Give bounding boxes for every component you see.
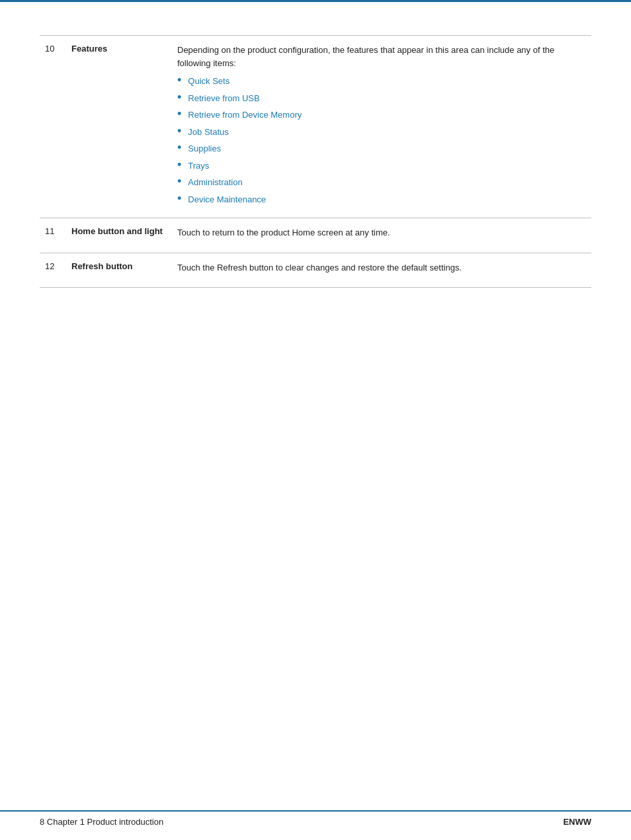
table-row: 10FeaturesDepending on the product confi… bbox=[40, 36, 591, 218]
row-number: 11 bbox=[40, 218, 66, 253]
description-text: Touch the Refresh button to clear change… bbox=[177, 261, 586, 274]
list-item: •Trays bbox=[177, 159, 586, 173]
list-item: •Supplies bbox=[177, 142, 586, 155]
row-description: Depending on the product configuration, … bbox=[172, 36, 591, 218]
footer-left: 8 Chapter 1 Product introduction bbox=[40, 817, 163, 827]
description-text: Depending on the product configuration, … bbox=[177, 44, 586, 69]
bullet-icon: • bbox=[177, 192, 181, 204]
feature-list: •Quick Sets•Retrieve from USB•Retrieve f… bbox=[177, 75, 586, 206]
list-item: •Job Status bbox=[177, 126, 586, 139]
feature-link[interactable]: Retrieve from USB bbox=[188, 92, 259, 105]
footer-right: ENWW bbox=[563, 817, 591, 827]
row-description: Touch to return to the product Home scre… bbox=[172, 218, 591, 253]
feature-link[interactable]: Device Maintenance bbox=[188, 193, 266, 206]
bullet-icon: • bbox=[177, 108, 181, 120]
list-item: •Retrieve from USB bbox=[177, 92, 586, 105]
feature-link[interactable]: Supplies bbox=[188, 142, 221, 155]
list-item: •Device Maintenance bbox=[177, 193, 586, 206]
list-item: •Administration bbox=[177, 176, 586, 189]
feature-link[interactable]: Retrieve from Device Memory bbox=[188, 108, 302, 122]
row-label: Refresh button bbox=[66, 253, 172, 288]
main-table: 10FeaturesDepending on the product confi… bbox=[40, 35, 591, 288]
row-label: Home button and light bbox=[66, 218, 172, 253]
row-description: Touch the Refresh button to clear change… bbox=[172, 253, 591, 288]
description-text: Touch to return to the product Home scre… bbox=[177, 226, 586, 239]
page-footer: 8 Chapter 1 Product introduction ENWW bbox=[0, 810, 631, 827]
bullet-icon: • bbox=[177, 74, 181, 86]
bullet-icon: • bbox=[177, 175, 181, 187]
feature-link[interactable]: Trays bbox=[188, 159, 209, 173]
list-item: •Retrieve from Device Memory bbox=[177, 108, 586, 122]
bullet-icon: • bbox=[177, 159, 181, 171]
feature-link[interactable]: Administration bbox=[188, 176, 242, 189]
bullet-icon: • bbox=[177, 125, 181, 137]
list-item: •Quick Sets bbox=[177, 75, 586, 88]
feature-link[interactable]: Quick Sets bbox=[188, 75, 230, 88]
page-container: 10FeaturesDepending on the product confi… bbox=[0, 0, 631, 840]
bullet-icon: • bbox=[177, 142, 181, 153]
row-number: 10 bbox=[40, 36, 66, 218]
feature-link[interactable]: Job Status bbox=[188, 126, 228, 139]
table-row: 12Refresh buttonTouch the Refresh button… bbox=[40, 253, 591, 288]
content-area: 10FeaturesDepending on the product confi… bbox=[0, 2, 631, 341]
row-label: Features bbox=[66, 36, 172, 218]
row-number: 12 bbox=[40, 253, 66, 288]
bullet-icon: • bbox=[177, 91, 181, 103]
table-row: 11Home button and lightTouch to return t… bbox=[40, 218, 591, 253]
